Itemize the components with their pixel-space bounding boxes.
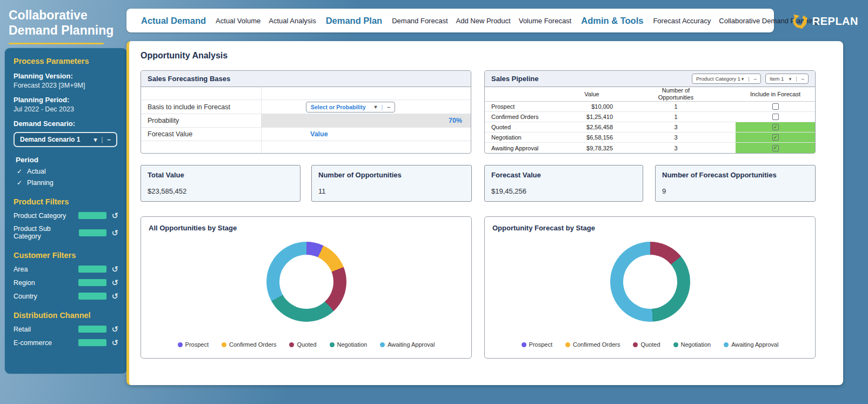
legend-item-awaiting-approval[interactable]: Awaiting Approval	[380, 341, 435, 348]
filter-label: Area	[14, 266, 28, 273]
period-options: ✓Actual✓Planning	[14, 168, 118, 187]
sales-forecasting-bases-title: Sales Forecasting Bases	[148, 75, 230, 83]
app-title-line2: Demand Planning	[9, 23, 113, 38]
nav-actual-volume[interactable]: Actual Volume	[215, 17, 262, 25]
kpi-label: Number of Opportunities	[318, 171, 465, 179]
filter-row-product-sub-category: Product Sub Category↺	[14, 225, 118, 240]
legend-dot-icon	[380, 342, 385, 347]
filter-selection-bar[interactable]	[78, 266, 106, 273]
checkbox-unchecked[interactable]	[772, 103, 779, 110]
filter-selection-bar[interactable]	[78, 293, 106, 300]
period-option-actual[interactable]: ✓Actual	[17, 168, 118, 175]
legend-label: Confirmed Orders	[229, 341, 276, 348]
top-navigation: Actual DemandActual VolumeActual Analysi…	[126, 9, 774, 32]
sidebar: Process Parameters Planning Version: For…	[4, 48, 128, 374]
collapse-button[interactable]: –	[107, 136, 111, 143]
kpi-card-forecast-value: Forecast Value$19,45,256	[484, 165, 643, 202]
filter-selection-bar[interactable]	[78, 326, 106, 333]
probability-label: Probability	[141, 114, 262, 127]
legend-item-negotiation[interactable]: Negotiation	[673, 341, 711, 348]
nav-actual-demand[interactable]: Actual Demand	[138, 16, 209, 26]
checkbox-checked[interactable]: ✓	[772, 145, 779, 151]
filter-selection-bar[interactable]	[78, 279, 106, 286]
stage-cell: Negotiation	[485, 134, 567, 141]
customer-filters-title: Customer Filters	[14, 251, 118, 260]
basis-dropdown[interactable]: Select or Probability ▾ | –	[306, 102, 395, 112]
divider: |	[748, 76, 749, 82]
nav-volume-forecast[interactable]: Volume Forecast	[518, 17, 573, 25]
bases-empty-label	[141, 87, 262, 100]
count-cell: 3	[616, 124, 736, 130]
legend-label: Quoted	[297, 341, 316, 348]
forecast-value-link[interactable]: Value	[310, 130, 328, 138]
refresh-icon[interactable]: ↺	[111, 211, 118, 220]
demand-scenario-dropdown[interactable]: Demand Scenario 1 ▾ | –	[14, 132, 117, 147]
filter-label: Product Sub Category	[14, 225, 79, 240]
count-cell: 1	[616, 103, 736, 110]
clear-product-category-button[interactable]: –	[754, 76, 757, 82]
legend-dot-icon	[222, 342, 226, 347]
legend-item-awaiting-approval[interactable]: Awaiting Approval	[724, 341, 778, 348]
chevron-down-icon: ▾	[789, 76, 792, 82]
period-option-planning[interactable]: ✓Planning	[17, 179, 118, 187]
refresh-icon[interactable]: ↺	[111, 325, 118, 333]
count-cell: 3	[616, 145, 736, 151]
legend-item-quoted[interactable]: Quoted	[289, 341, 316, 348]
item-dropdown[interactable]: Item 1 ▾ | –	[765, 74, 809, 84]
sales-pipeline-card: Sales Pipeline Product Category 1 ▾ | – …	[484, 70, 816, 154]
refresh-icon[interactable]: ↺	[111, 279, 118, 287]
legend-item-confirmed-orders[interactable]: Confirmed Orders	[222, 341, 276, 348]
clear-item-button[interactable]: –	[802, 76, 804, 82]
planning-version-label: Planning Version:	[14, 72, 118, 80]
distribution-filter-rows: Retail↺E-commerce↺	[14, 325, 118, 347]
nav-admin-tools[interactable]: Admin & Tools	[578, 16, 646, 26]
stage-cell: Confirmed Orders	[485, 114, 567, 120]
legend-label: Prospect	[185, 341, 209, 348]
include-cell: ✓	[736, 133, 815, 142]
pipeline-table-body: Prospect$10,0001Confirmed Orders$1,25,41…	[485, 102, 815, 153]
nav-demand-plan[interactable]: Demand Plan	[323, 16, 385, 26]
clear-basis-button[interactable]: –	[387, 104, 390, 110]
replan-logo-icon	[791, 12, 809, 30]
pipeline-row-negotiation: Negotiation$6,58,1563✓	[485, 133, 815, 143]
nav-forecast-accuracy[interactable]: Forecast Accuracy	[652, 17, 712, 25]
opportunity-forecast-chart-card: Opportunity Forecast by Stage ProspectCo…	[484, 216, 816, 359]
include-cell	[736, 102, 815, 111]
legend-item-prospect[interactable]: Prospect	[178, 341, 209, 348]
checkbox-unchecked[interactable]	[772, 114, 779, 120]
customer-filter-rows: Area↺Region↺Country↺	[14, 265, 118, 300]
value-cell: $9,78,325	[567, 145, 616, 151]
probability-input[interactable]: 70%	[262, 114, 471, 127]
filter-selection-bar[interactable]	[79, 229, 106, 236]
page-title: Opportunity Analysis	[141, 51, 228, 61]
nav-add-new-product[interactable]: Add New Product	[455, 17, 512, 25]
filter-label: E-commerce	[14, 339, 52, 347]
legend-item-prospect[interactable]: Prospect	[522, 341, 552, 348]
all-opportunities-legend: ProspectConfirmed OrdersQuotedNegotiatio…	[141, 341, 471, 348]
demand-scenario-label: Demand Scenario:	[14, 120, 118, 128]
legend-dot-icon	[565, 342, 570, 347]
filter-selection-bar[interactable]	[78, 339, 106, 346]
refresh-icon[interactable]: ↺	[111, 265, 118, 273]
basis-control-cell: Select or Probability ▾ | –	[262, 100, 471, 114]
nav-actual-analysis[interactable]: Actual Analysis	[268, 17, 317, 25]
kpi-value: $19,45,256	[491, 187, 636, 195]
filter-row-country: Country↺	[14, 292, 118, 300]
refresh-icon[interactable]: ↺	[111, 229, 118, 237]
checkbox-checked[interactable]: ✓	[772, 124, 779, 130]
kpi-card-total-value: Total Value$23,585,452	[141, 165, 301, 202]
forecast-value-row: Forecast Value Value	[141, 128, 471, 141]
filter-selection-bar[interactable]	[78, 212, 106, 219]
nav-demand-forecast[interactable]: Demand Forecast	[391, 17, 449, 25]
kpi-value: $23,585,452	[148, 187, 293, 195]
refresh-icon[interactable]: ↺	[111, 292, 118, 300]
legend-item-confirmed-orders[interactable]: Confirmed Orders	[565, 341, 620, 348]
checkbox-checked[interactable]: ✓	[772, 134, 779, 141]
sales-forecasting-bases-header: Sales Forecasting Bases	[141, 71, 471, 87]
product-category-dropdown[interactable]: Product Category 1 ▾ | –	[692, 74, 761, 84]
refresh-icon[interactable]: ↺	[111, 339, 118, 347]
legend-item-quoted[interactable]: Quoted	[633, 341, 660, 348]
legend-item-negotiation[interactable]: Negotiation	[330, 341, 368, 348]
planning-period-label: Planning Period:	[14, 96, 118, 104]
legend-label: Negotiation	[681, 341, 711, 348]
